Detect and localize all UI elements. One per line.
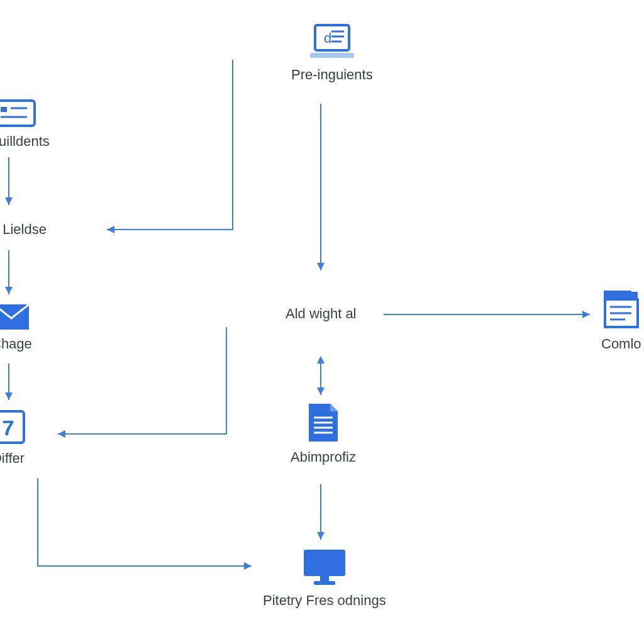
svg-marker-33: [244, 562, 252, 570]
arrow-left-to-pitetry: [0, 0, 644, 644]
diagram-canvas: d Pre-inguients r Builldents wh Lieldse: [0, 0, 644, 644]
